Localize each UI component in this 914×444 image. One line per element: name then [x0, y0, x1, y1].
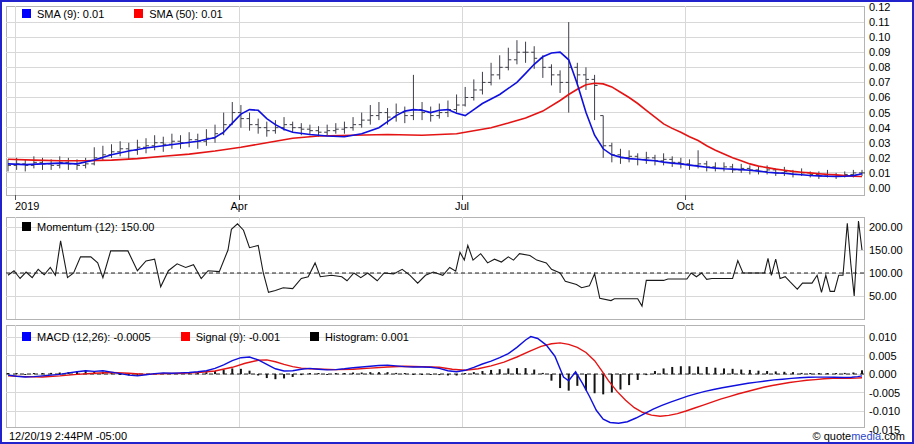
svg-text:Apr: Apr: [230, 200, 247, 212]
price-gridlines: [6, 6, 864, 195]
svg-text:2019: 2019: [15, 200, 39, 212]
svg-text:0.00: 0.00: [869, 182, 890, 194]
legend-item-sma9: SMA (9): 0.01: [22, 8, 104, 20]
signal-line: [8, 343, 862, 416]
sma9-legend-label: SMA (9): 0.01: [37, 8, 104, 20]
momentum-line: [8, 221, 862, 306]
svg-text:0.11: 0.11: [869, 16, 890, 28]
signal-swatch-icon: [181, 332, 190, 341]
legend-item-momentum: Momentum (12): 150.00: [22, 221, 154, 233]
signal-legend-label: Signal (9): -0.001: [196, 331, 280, 343]
svg-text:0.05: 0.05: [869, 107, 890, 119]
macd-line: [8, 337, 862, 424]
stock-chart-window: 0.120.110.100.090.080.070.060.050.040.03…: [0, 0, 914, 444]
credit-prefix: © quote: [812, 430, 851, 442]
svg-text:200.00: 200.00: [869, 221, 903, 233]
svg-text:0.01: 0.01: [869, 167, 890, 179]
quotemedia-credit-link[interactable]: © quotemedia.com: [812, 430, 905, 442]
svg-text:Jul: Jul: [455, 200, 469, 212]
macd-axis-labels: 0.0100.0050.000-0.005-0.010-0.015: [869, 331, 900, 436]
svg-text:100.00: 100.00: [869, 267, 903, 279]
credit-media: media: [851, 430, 881, 442]
macd-swatch-icon: [22, 332, 31, 341]
svg-text:0.08: 0.08: [869, 61, 890, 73]
sma9-swatch-icon: [22, 9, 31, 18]
macd-legend: MACD (12,26): -0.0005 Signal (9): -0.001…: [22, 330, 439, 343]
svg-text:0.02: 0.02: [869, 152, 890, 164]
momentum-legend: Momentum (12): 150.00: [22, 220, 184, 233]
price-axis-labels: 0.120.110.100.090.080.070.060.050.040.03…: [869, 2, 890, 194]
price-legend: SMA (9): 0.01 SMA (50): 0.01: [22, 7, 253, 20]
svg-text:0.06: 0.06: [869, 91, 890, 103]
svg-text:-0.005: -0.005: [869, 387, 900, 399]
sma50-swatch-icon: [134, 9, 143, 18]
svg-text:0.000: 0.000: [869, 368, 897, 380]
svg-text:0.005: 0.005: [869, 350, 897, 362]
price-ohlc-bars: [8, 22, 865, 179]
histogram-swatch-icon: [310, 332, 319, 341]
svg-text:0.03: 0.03: [869, 137, 890, 149]
momentum-swatch-icon: [22, 222, 31, 231]
svg-text:0.12: 0.12: [869, 2, 890, 13]
timestamp: 12/20/19 2:44PM -05:00: [9, 430, 127, 442]
svg-text:150.00: 150.00: [869, 244, 903, 256]
svg-text:Oct: Oct: [676, 200, 693, 212]
histogram-legend-label: Histogram: 0.001: [325, 331, 409, 343]
svg-text:-0.010: -0.010: [869, 405, 900, 417]
legend-item-macd: MACD (12,26): -0.0005: [22, 331, 151, 343]
legend-item-sma50: SMA (50): 0.01: [134, 8, 222, 20]
legend-item-histogram: Histogram: 0.001: [310, 331, 409, 343]
svg-text:0.10: 0.10: [869, 31, 890, 43]
macd-legend-label: MACD (12,26): -0.0005: [37, 331, 151, 343]
x-axis: 2019AprJulOct: [15, 195, 694, 212]
legend-item-signal: Signal (9): -0.001: [181, 331, 280, 343]
momentum-axis-labels: 200.00150.00100.0050.00: [869, 221, 903, 302]
macd-histogram: [7, 366, 863, 394]
svg-text:0.04: 0.04: [869, 122, 890, 134]
svg-text:0.07: 0.07: [869, 76, 890, 88]
credit-suffix: .com: [881, 430, 905, 442]
sma50-legend-label: SMA (50): 0.01: [149, 8, 222, 20]
status-bar: 12/20/19 2:44PM -05:00 © quotemedia.com: [9, 429, 905, 443]
momentum-legend-label: Momentum (12): 150.00: [37, 221, 154, 233]
svg-text:50.00: 50.00: [869, 290, 897, 302]
svg-text:0.09: 0.09: [869, 46, 890, 58]
svg-text:0.010: 0.010: [869, 331, 897, 343]
